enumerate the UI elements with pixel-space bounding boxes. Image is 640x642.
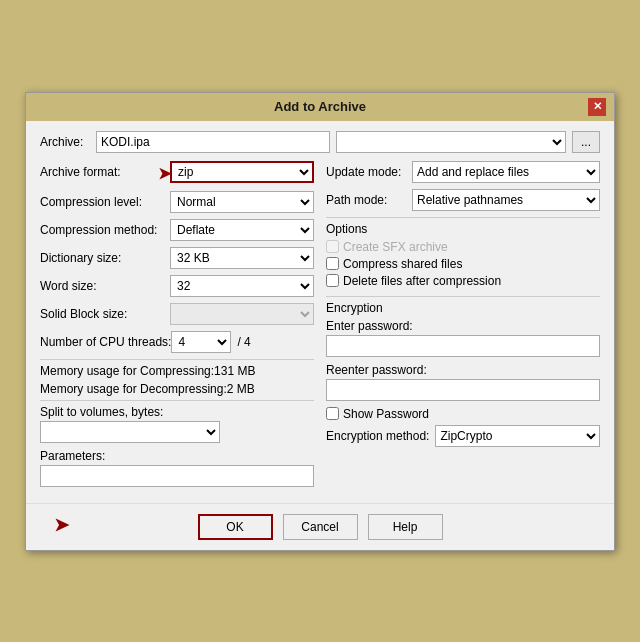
add-to-archive-dialog: Add to Archive ✕ Archive: ... Archive fo… xyxy=(25,92,615,551)
archive-path-select[interactable] xyxy=(336,131,566,153)
dictionary-size-label: Dictionary size: xyxy=(40,251,170,265)
path-mode-row: Path mode: Relative pathnames Full pathn… xyxy=(326,189,600,211)
left-column: Archive format: zip 7z tar gzip bzip2 ➤ … xyxy=(40,161,314,493)
archive-label: Archive: xyxy=(40,135,90,149)
memory-compress-label: Memory usage for Compressing: xyxy=(40,364,214,378)
params-input[interactable] xyxy=(40,465,314,487)
ok-button[interactable]: OK xyxy=(198,514,273,540)
dictionary-size-select[interactable]: 32 KB 64 KB 128 KB xyxy=(170,247,314,269)
close-button[interactable]: ✕ xyxy=(588,98,606,116)
title-bar: Add to Archive ✕ xyxy=(26,93,614,121)
cpu-threads-label: Number of CPU threads: xyxy=(40,335,171,349)
reenter-password-label: Reenter password: xyxy=(326,363,600,377)
reenter-password-input[interactable] xyxy=(326,379,600,401)
params-label: Parameters: xyxy=(40,449,314,463)
main-columns: Archive format: zip 7z tar gzip bzip2 ➤ … xyxy=(40,161,600,493)
split-select[interactable] xyxy=(40,421,220,443)
create-sfx-row: Create SFX archive xyxy=(326,240,600,254)
update-mode-label: Update mode: xyxy=(326,165,406,179)
compress-shared-checkbox[interactable] xyxy=(326,257,339,270)
delete-after-row: Delete files after compression xyxy=(326,274,600,288)
memory-decompress-value: 2 MB xyxy=(227,382,255,396)
right-separator2 xyxy=(326,296,600,297)
create-sfx-label: Create SFX archive xyxy=(343,240,448,254)
update-mode-select[interactable]: Add and replace files Update and add fil… xyxy=(412,161,600,183)
show-password-checkbox[interactable] xyxy=(326,407,339,420)
show-password-label: Show Password xyxy=(343,407,429,421)
right-column: Update mode: Add and replace files Updat… xyxy=(326,161,600,493)
split-label: Split to volumes, bytes: xyxy=(40,405,314,419)
memory-compress-value: 131 MB xyxy=(214,364,255,378)
path-mode-label: Path mode: xyxy=(326,193,406,207)
compression-level-row: Compression level: Store Fastest Fast No… xyxy=(40,191,314,213)
cancel-button[interactable]: Cancel xyxy=(283,514,358,540)
dialog-title: Add to Archive xyxy=(52,99,588,114)
archive-format-select[interactable]: zip 7z tar gzip bzip2 xyxy=(170,161,314,183)
compression-method-select[interactable]: Deflate Deflate64 BZip2 LZMA xyxy=(170,219,314,241)
dictionary-size-row: Dictionary size: 32 KB 64 KB 128 KB xyxy=(40,247,314,269)
word-size-label: Word size: xyxy=(40,279,170,293)
bottom-bar: ➤ OK Cancel Help xyxy=(26,503,614,550)
solid-block-label: Solid Block size: xyxy=(40,307,170,321)
archive-row: Archive: ... xyxy=(40,131,600,153)
separator2 xyxy=(40,400,314,401)
compression-method-row: Compression method: Deflate Deflate64 BZ… xyxy=(40,219,314,241)
separator1 xyxy=(40,359,314,360)
encryption-method-label: Encryption method: xyxy=(326,429,429,443)
solid-block-row: Solid Block size: xyxy=(40,303,314,325)
reenter-password-row: Reenter password: xyxy=(326,363,600,401)
memory-decompress-label: Memory usage for Decompressing: xyxy=(40,382,227,396)
compress-shared-row: Compress shared files xyxy=(326,257,600,271)
split-row: Split to volumes, bytes: xyxy=(40,405,314,443)
dialog-body: Archive: ... Archive format: zip 7z tar … xyxy=(26,121,614,503)
ok-arrow-icon: ➤ xyxy=(54,514,69,536)
word-size-select[interactable]: 32 64 128 xyxy=(170,275,314,297)
update-mode-row: Update mode: Add and replace files Updat… xyxy=(326,161,600,183)
delete-after-checkbox[interactable] xyxy=(326,274,339,287)
options-title: Options xyxy=(326,222,600,236)
create-sfx-checkbox[interactable] xyxy=(326,240,339,253)
path-mode-select[interactable]: Relative pathnames Full pathnames No pat… xyxy=(412,189,600,211)
params-row: Parameters: xyxy=(40,449,314,487)
enter-password-row: Enter password: xyxy=(326,319,600,357)
cpu-threads-row: Number of CPU threads: 4 / 4 xyxy=(40,331,314,353)
memory-decompress-row: Memory usage for Decompressing: 2 MB xyxy=(40,382,314,396)
archive-filename-input[interactable] xyxy=(96,131,330,153)
word-size-row: Word size: 32 64 128 xyxy=(40,275,314,297)
compression-level-select[interactable]: Store Fastest Fast Normal Maximum Ultra xyxy=(170,191,314,213)
browse-button[interactable]: ... xyxy=(572,131,600,153)
archive-format-label: Archive format: xyxy=(40,165,170,179)
compression-method-label: Compression method: xyxy=(40,223,170,237)
delete-after-label: Delete files after compression xyxy=(343,274,501,288)
encryption-group: Encryption Enter password: Reenter passw… xyxy=(326,301,600,447)
cpu-threads-total: / 4 xyxy=(237,335,250,349)
options-group: Options Create SFX archive Compress shar… xyxy=(326,222,600,288)
memory-compress-row: Memory usage for Compressing: 131 MB xyxy=(40,364,314,378)
encryption-method-select[interactable]: ZipCrypto AES-256 xyxy=(435,425,600,447)
cpu-threads-select[interactable]: 4 xyxy=(171,331,231,353)
encryption-title: Encryption xyxy=(326,301,600,315)
encryption-method-row: Encryption method: ZipCrypto AES-256 xyxy=(326,425,600,447)
compression-level-label: Compression level: xyxy=(40,195,170,209)
archive-format-row: Archive format: zip 7z tar gzip bzip2 ➤ xyxy=(40,161,314,183)
enter-password-input[interactable] xyxy=(326,335,600,357)
enter-password-label: Enter password: xyxy=(326,319,600,333)
compress-shared-label: Compress shared files xyxy=(343,257,462,271)
right-separator1 xyxy=(326,217,600,218)
solid-block-select[interactable] xyxy=(170,303,314,325)
show-password-row: Show Password xyxy=(326,407,600,421)
help-button[interactable]: Help xyxy=(368,514,443,540)
